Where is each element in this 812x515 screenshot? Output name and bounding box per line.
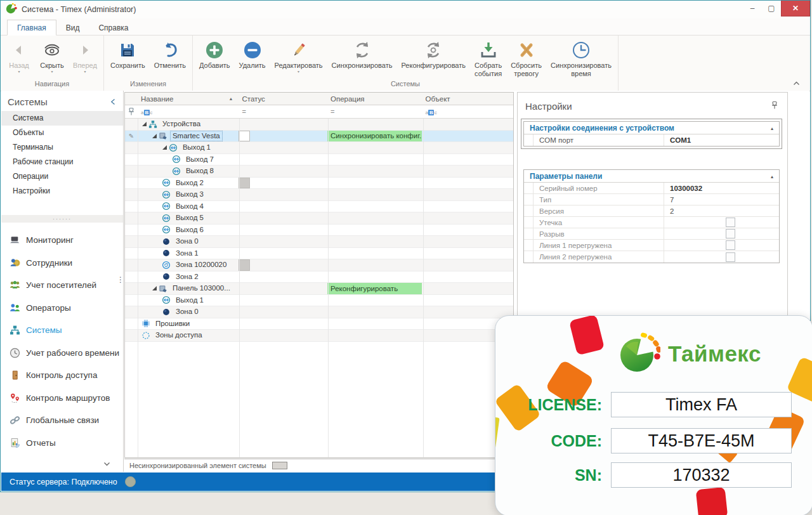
expander-icon[interactable] [152,133,158,139]
tree-row[interactable]: Выход 6 [125,225,513,237]
operation-cell [327,330,422,341]
save-button[interactable]: Сохранить [106,39,150,70]
property-checkbox[interactable] [726,218,735,227]
filter-pin-cell[interactable] [125,105,138,118]
maximize-button[interactable]: ▢ [762,1,781,16]
sidebar-item-employees[interactable]: Сотрудники [1,252,123,275]
tree-row[interactable]: Выход 3 [125,189,513,201]
sidebar-item-Настройки[interactable]: Настройки [1,184,123,199]
filter-cell-Операция[interactable]: = [327,105,422,118]
filter-cell-Объект[interactable]: aBc [422,105,513,118]
settings-group-header[interactable]: Параметры панели▴ [524,170,779,183]
sidebar-item-global-links[interactable]: Глобальные связи [1,409,123,432]
tree-row[interactable]: ✎Smartec VestaСинхронизировать конфиг... [125,131,513,143]
property-label: Линия 1 перегружена [534,240,664,251]
name-cell: Выход 7 [138,154,239,166]
sidebar-item-visitors[interactable]: Учет посетителей [1,274,123,297]
tree-row[interactable]: Выход 5 [125,212,513,225]
tree-row[interactable]: Зона 0 [125,306,513,318]
tree-row[interactable]: Панель 103000...Реконфигурировать [125,283,513,295]
tree-node-label: Зона 10200020 [174,260,228,270]
equals-filter-icon: = [242,108,246,115]
settings-group-header[interactable]: Настройки соединения с устройством▴ [524,122,779,134]
tree-node-label: Smartec Vesta [171,131,222,141]
back-button[interactable]: Назад▾ [3,39,36,74]
property-row: Тип7 [524,194,779,205]
tab-Вид[interactable]: Вид [56,20,89,35]
hide-button[interactable]: Скрыть▾ [36,39,69,74]
expander-icon[interactable] [162,145,168,150]
object-cell [422,271,513,283]
reconfigure-button[interactable]: Реконфигурировать [396,39,470,70]
tree-row[interactable]: Выход 8 [125,166,513,178]
property-value: COM1 [664,134,779,146]
delete-button[interactable]: Удалить [235,39,270,70]
edit-button[interactable]: Редактировать▾ [270,39,327,74]
tree-row[interactable]: Устройства [125,119,513,131]
status-cell [239,225,327,236]
sidebar-item-Рабочие станции[interactable]: Рабочие станции [1,155,123,169]
property-checkbox[interactable] [726,240,735,250]
object-cell [422,236,513,247]
sidebar-item-worktime[interactable]: Учет рабочего времени [1,342,123,365]
column-header-Название[interactable]: Название▲ [138,93,239,105]
synchronize-button[interactable]: Синхронизировать [327,39,397,70]
add-button[interactable]: Добавить [195,39,235,70]
pin-button[interactable] [771,101,778,112]
reset-alarm-button[interactable]: Сбросить тревогу [506,39,546,77]
undo-button[interactable]: Отменить [150,39,190,70]
tree-row[interactable]: Выход 7 [125,154,513,166]
tree-row[interactable]: Зона 10200020 [125,259,513,271]
sidebar-item-reports[interactable]: Отчеты [1,432,123,455]
sidebar-item-operators[interactable]: Операторы [1,297,123,320]
tab-Справка[interactable]: Справка [89,20,138,35]
sidebar-item-systems[interactable]: Системы [1,319,123,342]
status-cell [239,318,327,330]
confetti-shape [569,315,605,355]
column-header-Операция[interactable]: Операция [327,93,422,105]
devices-tree-grid: Название▲СтатусОперацияОбъектaBc==aBcУст… [124,92,514,458]
tab-Главная[interactable]: Главная [7,20,56,36]
tree-row[interactable]: Зона 1 [125,248,513,260]
sync-time-button[interactable]: Синхронизировать время [546,39,616,77]
tree-row[interactable]: Зоны доступа [125,330,513,342]
collect-events-button[interactable]: Собрать события [470,39,506,77]
expander-icon[interactable] [141,121,148,127]
sidebar-item-Терминалы[interactable]: Терминалы [1,140,123,155]
ribbon-collapse-button[interactable] [793,77,800,88]
filter-cell-Название[interactable]: aBc [138,105,239,118]
column-header-Статус[interactable]: Статус [239,93,327,105]
sidebar-item-access-control[interactable]: Контроль доступа [1,364,123,387]
sidebar-item-routes[interactable]: Контроль маршрутов [1,387,123,410]
card-field-value: 170332 [611,462,792,488]
ribbon-group-Навигация: Назад▾Скрыть▾Вперед▾Навигация [1,36,104,91]
tree-row[interactable]: Выход 1 [125,142,513,154]
sidebar-item-Операции[interactable]: Операции [1,169,123,184]
minimize-button[interactable]: – [743,1,762,16]
column-header-Объект[interactable]: Объект [422,93,513,105]
sidebar-item-monitoring[interactable]: Мониторинг [1,229,123,252]
reset-alarm-icon [517,41,536,60]
close-button[interactable]: ✕ [781,1,810,16]
filter-cell-Статус[interactable]: = [239,105,327,118]
sidebar-scroll-down-button[interactable] [103,457,110,469]
tree-row[interactable]: Выход 2 [125,178,513,190]
sidebar-collapse-button[interactable] [110,96,115,107]
sidebar-resize-handle[interactable]: ⋮ [117,278,124,282]
ribbon-tab-bar: ГлавнаяВидСправка [1,18,810,36]
operation-cell [327,201,422,212]
sidebar-item-Объекты[interactable]: Объекты [1,126,123,140]
tree-row[interactable]: Прошивки [125,318,513,330]
expander-icon[interactable] [152,285,158,291]
row-indicator-cell [125,271,138,283]
tree-row[interactable]: Выход 1 [125,295,513,307]
property-checkbox[interactable] [726,252,735,262]
sidebar-item-Система[interactable]: Система [1,111,123,126]
forward-button[interactable]: Вперед▾ [69,39,102,74]
tree-row[interactable]: Зона 0 [125,236,513,248]
operation-cell: Синхронизировать конфиг... [327,131,422,142]
tree-row[interactable]: Выход 4 [125,201,513,213]
tree-row[interactable]: Зона 2 [125,271,513,284]
sidebar-splitter[interactable]: ······ [1,215,123,223]
property-checkbox[interactable] [726,229,735,238]
